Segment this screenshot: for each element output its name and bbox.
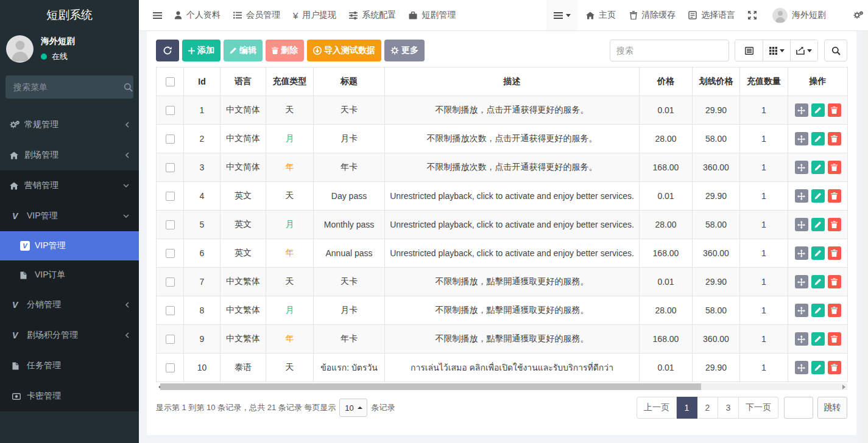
sidebar-item-常规-0[interactable]: 常规管理 xyxy=(0,110,139,140)
row-edit-button[interactable] xyxy=(811,189,825,203)
row-move-button[interactable] xyxy=(795,246,808,260)
cell-line-price: 29.90 xyxy=(693,96,740,125)
row-edit-button[interactable] xyxy=(811,218,825,231)
row-edit-button[interactable] xyxy=(811,103,825,117)
row-move-button[interactable] xyxy=(795,361,808,374)
next-page-button[interactable]: 下一页 xyxy=(739,397,778,419)
row-edit-button[interactable] xyxy=(811,275,825,288)
sidebar-item-vip-3[interactable]: VVIP管理 xyxy=(0,201,139,231)
cell-qty: 1 xyxy=(740,211,788,239)
sidebar-item-营销-2[interactable]: 营销管理 xyxy=(0,170,139,201)
row-edit-button[interactable] xyxy=(811,246,825,260)
table-search-input[interactable] xyxy=(610,40,729,61)
vertical-scrollbar[interactable] xyxy=(862,31,868,443)
sidebar: 短剧系统 海外短剧 在线 常规管理剧场管理营销管理VVIP管理VVIP管理VIP… xyxy=(0,0,139,443)
fullscreen-button[interactable] xyxy=(748,11,757,19)
row-checkbox[interactable] xyxy=(166,163,175,172)
select-all-checkbox[interactable] xyxy=(166,77,175,86)
page-button-1[interactable]: 1 xyxy=(677,397,697,419)
sidebar-search-input[interactable] xyxy=(13,82,124,92)
topbar-home[interactable]: 主页 xyxy=(586,10,616,21)
topbar-item-3[interactable]: 系统配置 xyxy=(349,10,396,21)
row-delete-button[interactable] xyxy=(828,161,841,174)
page-button-2[interactable]: 2 xyxy=(697,397,718,419)
row-checkbox[interactable] xyxy=(166,335,175,344)
row-checkbox[interactable] xyxy=(166,134,175,144)
columns-button[interactable] xyxy=(763,40,790,61)
topbar-item-4[interactable]: 短剧管理 xyxy=(409,10,456,21)
row-checkbox[interactable] xyxy=(166,363,175,372)
row-edit-button[interactable] xyxy=(811,161,825,174)
chevron-left-icon xyxy=(125,302,129,308)
page-button-3[interactable]: 3 xyxy=(718,397,739,419)
cell-qty: 1 xyxy=(740,325,788,354)
topbar-item-2[interactable]: ¥用户提现 xyxy=(293,10,336,21)
topbar-clear-cache[interactable]: 清除缓存 xyxy=(630,10,676,21)
caret-down-icon xyxy=(566,14,571,17)
search-button[interactable] xyxy=(824,40,847,61)
row-delete-button[interactable] xyxy=(828,218,841,231)
more-button[interactable]: 更多 xyxy=(384,40,425,61)
row-delete-button[interactable] xyxy=(828,332,841,346)
prev-page-button[interactable]: 上一页 xyxy=(637,397,677,419)
row-checkbox[interactable] xyxy=(166,106,175,115)
sidebar-item-任务-8[interactable]: 任务管理 xyxy=(0,351,139,381)
fullscreen-icon xyxy=(748,11,757,19)
row-move-button[interactable] xyxy=(795,275,808,288)
sidebar-item-分销-6[interactable]: V分销管理 xyxy=(0,290,139,320)
delete-button[interactable]: 删除 xyxy=(266,40,304,61)
row-move-button[interactable] xyxy=(795,189,808,203)
import-button[interactable]: 导入测试数据 xyxy=(307,40,381,61)
edit-button[interactable]: 编辑 xyxy=(224,40,263,61)
row-checkbox[interactable] xyxy=(166,249,175,258)
column-header-4: 描述 xyxy=(385,68,640,96)
row-edit-button[interactable] xyxy=(811,361,825,374)
sidebar-item-vip-4[interactable]: VVIP管理 xyxy=(0,231,139,260)
horizontal-scrollbar[interactable] xyxy=(156,383,847,390)
row-move-button[interactable] xyxy=(795,218,808,231)
topbar-language[interactable]: 选择语言 xyxy=(688,10,735,21)
page-size-select[interactable]: 10 xyxy=(339,399,367,417)
row-move-button[interactable] xyxy=(795,132,808,145)
sidebar-item-剧场积分-7[interactable]: V剧场积分管理 xyxy=(0,320,139,351)
row-checkbox[interactable] xyxy=(166,220,175,229)
refresh-button[interactable] xyxy=(156,40,179,61)
row-move-button[interactable] xyxy=(795,332,808,346)
topbar-item-0[interactable]: 个人资料 xyxy=(174,10,221,21)
add-button[interactable]: 添加 xyxy=(182,40,221,61)
topbar-settings[interactable] xyxy=(853,11,863,19)
toggle-view-button[interactable] xyxy=(735,40,763,61)
row-delete-button[interactable] xyxy=(828,246,841,260)
topbar-language-label: 选择语言 xyxy=(701,10,735,21)
page-jump-input[interactable] xyxy=(784,397,813,419)
row-edit-button[interactable] xyxy=(811,304,825,317)
row-delete-button[interactable] xyxy=(828,132,841,145)
row-delete-button[interactable] xyxy=(828,189,841,203)
scroll-right-arrow[interactable] xyxy=(840,383,847,390)
topbar-user[interactable]: 海外短剧 xyxy=(772,8,826,23)
sidebar-item-vip-5[interactable]: VIP订单 xyxy=(0,260,139,290)
topbar-item-label: 会员管理 xyxy=(246,10,280,21)
hamburger-icon[interactable] xyxy=(148,9,167,23)
row-checkbox[interactable] xyxy=(166,277,175,287)
page-jump-button[interactable]: 跳转 xyxy=(817,397,847,419)
scrollbar-thumb[interactable] xyxy=(160,383,701,390)
row-delete-button[interactable] xyxy=(828,361,841,374)
sidebar-item-剧场-1[interactable]: 剧场管理 xyxy=(0,140,139,170)
row-move-button[interactable] xyxy=(795,103,808,117)
user-avatar xyxy=(6,35,34,63)
row-delete-button[interactable] xyxy=(828,304,841,317)
row-checkbox[interactable] xyxy=(166,306,175,315)
row-move-button[interactable] xyxy=(795,161,808,174)
sidebar-item-卡密-9[interactable]: 卡密管理 xyxy=(0,381,139,411)
topbar-menu-dropdown[interactable] xyxy=(546,0,578,30)
export-button[interactable] xyxy=(790,40,817,61)
cell-qty: 1 xyxy=(740,239,788,268)
row-edit-button[interactable] xyxy=(811,332,825,346)
row-delete-button[interactable] xyxy=(828,275,841,288)
row-edit-button[interactable] xyxy=(811,132,825,145)
topbar-item-1[interactable]: 会员管理 xyxy=(233,10,280,21)
row-move-button[interactable] xyxy=(795,304,808,317)
row-delete-button[interactable] xyxy=(828,103,841,117)
row-checkbox[interactable] xyxy=(166,192,175,201)
